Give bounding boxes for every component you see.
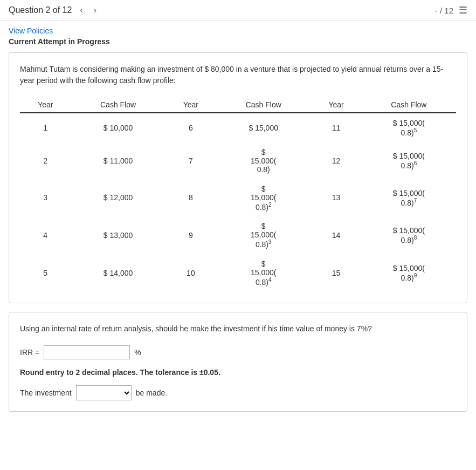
year3: 13 bbox=[311, 179, 361, 217]
year2: 8 bbox=[165, 179, 216, 217]
col3-cf-header: Cash Flow bbox=[362, 97, 456, 113]
menu-icon[interactable]: ☰ bbox=[459, 4, 467, 16]
year3: 15 bbox=[311, 254, 361, 292]
cf3: $ 15,000(0.8)6 bbox=[362, 142, 456, 179]
col2-cf-header: Cash Flow bbox=[216, 97, 311, 113]
year2: 10 bbox=[165, 254, 216, 292]
cf2: $15,000(0.8)2 bbox=[216, 179, 311, 217]
main-content: View Policies Current Attempt in Progres… bbox=[0, 21, 476, 417]
table-row: 2 $ 11,000 7 $15,000(0.8) 12 $ 15,000(0.… bbox=[20, 142, 456, 179]
investment-label: The investment bbox=[20, 389, 72, 397]
investment-select[interactable]: should should not bbox=[76, 385, 132, 400]
cf1: $ 11,000 bbox=[71, 142, 165, 179]
cf3: $ 15,000(0.8)7 bbox=[362, 179, 456, 217]
year1: 5 bbox=[20, 254, 71, 292]
year1: 2 bbox=[20, 142, 71, 179]
year3: 14 bbox=[311, 216, 361, 254]
cf2: $ 15,000 bbox=[216, 113, 311, 142]
year2: 9 bbox=[165, 216, 216, 254]
be-made-text: be made. bbox=[136, 389, 167, 397]
col1-cf-header: Cash Flow bbox=[71, 97, 165, 113]
table-row: 1 $ 10,000 6 $ 15,000 11 $ 15,000(0.8)5 bbox=[20, 113, 456, 142]
irr-row: IRR = % bbox=[20, 345, 456, 359]
year1: 4 bbox=[20, 216, 71, 254]
problem-text: Mahmut Tutam is considering making an in… bbox=[20, 64, 456, 86]
cash-flow-table: Year Cash Flow Year Cash Flow Year Cash … bbox=[20, 97, 456, 292]
irr-input[interactable] bbox=[44, 345, 130, 359]
cf1: $ 12,000 bbox=[71, 179, 165, 217]
percent-sign: % bbox=[134, 348, 141, 357]
cf2: $15,000(0.8)4 bbox=[216, 254, 311, 292]
year1: 1 bbox=[20, 113, 71, 142]
col3-year-header: Year bbox=[311, 97, 361, 113]
question-card: Using an internal rate of return analysi… bbox=[9, 312, 467, 412]
view-policies-link[interactable]: View Policies bbox=[9, 26, 53, 35]
col1-year-header: Year bbox=[20, 97, 71, 113]
cf2: $15,000(0.8) bbox=[216, 142, 311, 179]
cf3: $ 15,000(0.8)5 bbox=[362, 113, 456, 142]
current-attempt: Current Attempt in Progress bbox=[9, 37, 467, 46]
year3: 11 bbox=[311, 113, 361, 142]
problem-card: Mahmut Tutam is considering making an in… bbox=[9, 52, 467, 303]
col2-year-header: Year bbox=[165, 97, 216, 113]
cf3: $ 15,000(0.8)8 bbox=[362, 216, 456, 254]
table-row: 5 $ 14,000 10 $15,000(0.8)4 15 $ 15,000(… bbox=[20, 254, 456, 292]
cf1: $ 10,000 bbox=[71, 113, 165, 142]
year3: 12 bbox=[311, 142, 361, 179]
score-label: - / 12 bbox=[435, 6, 453, 15]
year2: 7 bbox=[165, 142, 216, 179]
header-right: - / 12 ☰ bbox=[435, 4, 467, 16]
header-left: Question 2 of 12 ‹ › bbox=[9, 4, 99, 16]
irr-label: IRR = bbox=[20, 348, 39, 357]
table-row: 3 $ 12,000 8 $15,000(0.8)2 13 $ 15,000(0… bbox=[20, 179, 456, 217]
round-note: Round entry to 2 decimal places. The tol… bbox=[20, 368, 456, 377]
cf2: $15,000(0.8)3 bbox=[216, 216, 311, 254]
header: Question 2 of 12 ‹ › - / 12 ☰ bbox=[0, 0, 476, 21]
cf3: $ 15,000(0.8)9 bbox=[362, 254, 456, 292]
prev-button[interactable]: ‹ bbox=[77, 4, 85, 16]
table-row: 4 $ 13,000 9 $15,000(0.8)3 14 $ 15,000(0… bbox=[20, 216, 456, 254]
cf1: $ 14,000 bbox=[71, 254, 165, 292]
investment-row: The investment should should not be made… bbox=[20, 385, 456, 400]
question-label: Question 2 of 12 bbox=[9, 5, 72, 15]
cf1: $ 13,000 bbox=[71, 216, 165, 254]
year2: 6 bbox=[165, 113, 216, 142]
year1: 3 bbox=[20, 179, 71, 217]
next-button[interactable]: › bbox=[91, 4, 99, 16]
question-text: Using an internal rate of return analysi… bbox=[20, 323, 456, 335]
